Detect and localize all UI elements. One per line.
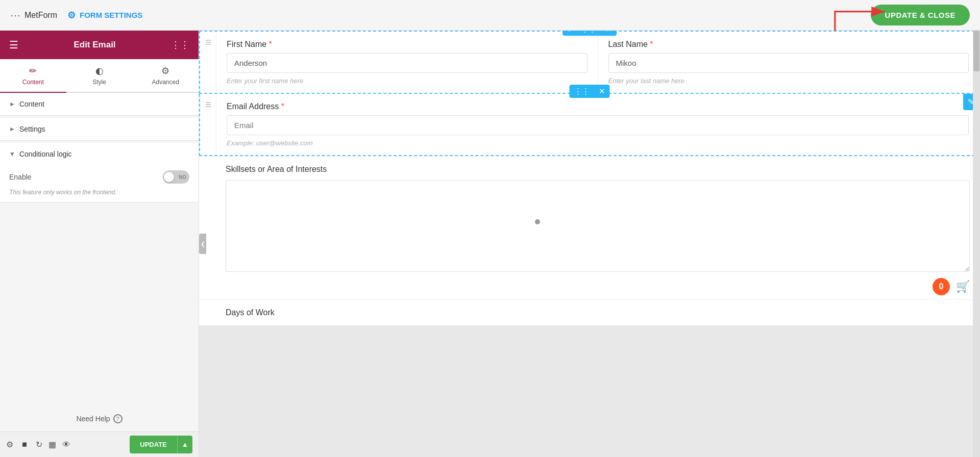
section-conditional-header[interactable]: ▼ Conditional logic [0,143,199,165]
svg-rect-4 [206,102,211,103]
email-hint: Example: user@website.com [227,139,969,147]
cart-badge: 0 [933,278,950,295]
move-row-button[interactable]: ⋮⋮ [576,31,601,36]
email-field: Email Address * Example: user@website.co… [216,94,979,155]
skillsets-section: Skillsets or Area of Interests [199,157,980,278]
enable-toggle[interactable]: NO [163,170,189,184]
tab-content[interactable]: ✏ Content [0,59,66,93]
enable-label: Enable [9,173,32,181]
grid-icon[interactable]: ⋮⋮ [171,39,189,50]
last-name-hint: Enter your last name here [608,77,969,85]
row-toolbar-2: ⋮⋮ ✕ [570,85,610,98]
sidebar-title: Edit Email [74,40,115,50]
history-icon[interactable]: ↻ [36,440,42,449]
close-row-button[interactable]: ✕ [601,31,617,36]
form-row-4: Days of Work [199,299,980,325]
top-bar: ⋯ MetForm ⚙ FORM SETTINGS UPDATE & CLOSE [0,0,980,31]
badge-row: 0 🛒 [199,278,980,299]
update-close-wrapper: UPDATE & CLOSE [871,5,970,26]
email-required: * [281,102,284,111]
style-tab-label: Style [92,79,106,86]
style-tab-icon: ◐ [95,65,104,77]
add-row-button[interactable]: + [562,31,576,36]
need-help-label: Need Help [76,415,110,423]
bottom-left-icons: ⚙ ◾ ↻ ▦ 👁 [6,440,70,449]
bottom-toolbar: ⚙ ◾ ↻ ▦ 👁 UPDATE ▲ [0,431,199,457]
toggle-state: NO [179,174,186,180]
scrollbar-thumb[interactable] [973,31,979,71]
svg-rect-5 [206,104,211,105]
update-dropdown-button[interactable]: ▲ [177,436,192,453]
sidebar-sections: ► Content ► Settings ▼ Conditional logic [0,93,199,406]
canvas-area: ❮ + ⋮⋮ ✕ First Nam [199,31,980,457]
svg-rect-1 [206,40,211,41]
scrollbar-track[interactable] [973,31,980,457]
section-content-label: Content [19,100,44,108]
tab-style[interactable]: ◐ Style [66,59,133,92]
duplicate-icon[interactable]: ▦ [48,440,56,449]
main-layout: ☰ Edit Email ⋮⋮ ✏ Content ◐ Style ⚙ Adva… [0,31,980,457]
section-content-header[interactable]: ► Content [0,93,199,115]
first-name-field: First Name * Enter your first name here [216,32,598,93]
advanced-tab-icon: ⚙ [161,65,169,77]
first-name-required: * [269,40,272,48]
metform-logo: ⋯ MetForm [10,9,57,21]
metform-icon: ⋯ [10,9,20,21]
skillsets-label: Skillsets or Area of Interests [226,165,970,174]
form-row-3: Skillsets or Area of Interests 0 🛒 [199,156,980,299]
section-settings-header[interactable]: ► Settings [0,118,199,140]
last-name-label: Last Name * [608,40,969,49]
preview-icon[interactable]: 👁 [62,440,70,449]
svg-rect-3 [206,44,211,45]
settings-icon[interactable]: ⚙ [6,440,13,449]
gear-icon: ⚙ [67,10,76,21]
section-settings-label: Settings [19,125,45,133]
update-button[interactable]: UPDATE [130,436,177,453]
form-canvas: + ⋮⋮ ✕ First Name * [199,31,980,325]
first-name-label: First Name * [227,40,587,49]
skillsets-textarea[interactable] [226,180,970,272]
first-name-hint: Enter your first name here [227,77,587,85]
first-name-input[interactable] [227,53,587,73]
metform-title: MetForm [24,11,57,20]
days-label: Days of Work [226,308,970,317]
top-bar-left: ⋯ MetForm ⚙ FORM SETTINGS [10,9,142,21]
row-2-handle [200,94,216,155]
update-close-button[interactable]: UPDATE & CLOSE [871,5,970,26]
last-name-required: * [650,40,653,48]
feature-note: This feature only works on the frontend. [0,189,199,202]
close-row-2-button[interactable]: ✕ [594,85,610,98]
row-1-cols: First Name * Enter your first name here … [200,32,979,93]
content-tab-icon: ✏ [29,65,37,77]
hamburger-icon[interactable]: ☰ [9,39,18,51]
chevron-down-icon: ▼ [9,150,15,158]
sidebar-tabs: ✏ Content ◐ Style ⚙ Advanced [0,59,199,93]
move-row-2-button[interactable]: ⋮⋮ [570,85,594,98]
sidebar: ☰ Edit Email ⋮⋮ ✏ Content ◐ Style ⚙ Adva… [0,31,199,457]
form-settings-button[interactable]: ⚙ FORM SETTINGS [67,10,142,21]
cart-icon[interactable]: 🛒 [956,280,970,293]
email-label-text: Email Address [227,102,279,111]
layers-icon[interactable]: ◾ [19,440,30,449]
section-content: ► Content [0,93,199,116]
chevron-right-icon: ► [9,100,15,108]
row-2-inner: Email Address * Example: user@website.co… [200,94,979,155]
form-row-2: ⋮⋮ ✕ Email Address * Example: user@websi… [199,94,980,156]
chevron-right-icon-2: ► [9,125,15,133]
tab-advanced[interactable]: ⚙ Advanced [132,59,199,92]
need-help[interactable]: Need Help ? [0,406,199,431]
update-button-group: UPDATE ▲ [130,436,192,453]
email-input[interactable] [227,115,969,135]
help-icon: ? [113,414,122,423]
collapse-handle[interactable]: ❮ [199,234,206,254]
section-settings: ► Settings [0,118,199,141]
enable-row: Enable NO [0,165,199,189]
section-conditional-logic: ▼ Conditional logic Enable NO This featu… [0,143,199,202]
last-name-label-text: Last Name [608,40,648,48]
last-name-input[interactable] [608,53,969,73]
email-label: Email Address * [227,102,969,111]
content-tab-label: Content [22,79,44,86]
section-conditional-label: Conditional logic [19,150,72,158]
first-name-label-text: First Name [227,40,266,48]
form-settings-label: FORM SETTINGS [80,11,142,19]
